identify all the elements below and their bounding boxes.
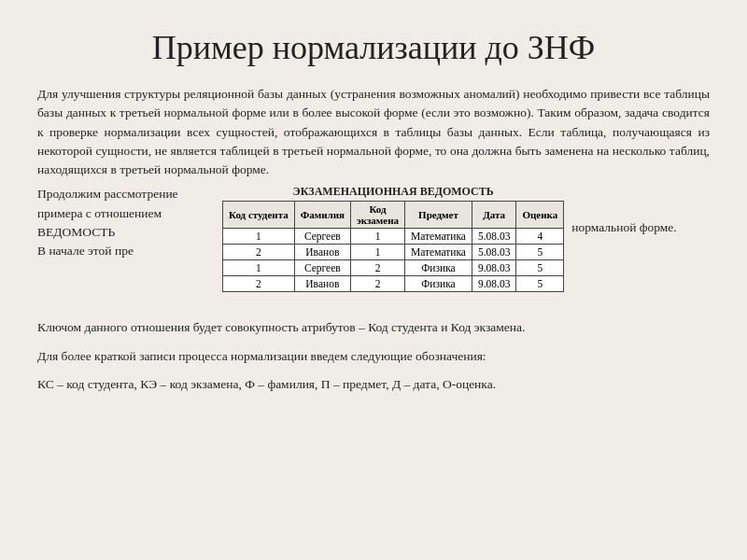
table-cell: 5: [516, 245, 564, 260]
col-grade: Оценка: [516, 202, 564, 229]
table-cell: 1: [223, 229, 295, 245]
table-cell: Математика: [405, 245, 472, 260]
col-surname: Фамилия: [294, 202, 350, 229]
bottom-paragraph3: КС – код студента, КЭ – код экзамена, Ф …: [37, 375, 710, 394]
table-section: Продолжим рассмотрение примера с отношен…: [37, 185, 710, 292]
vedmost-label: ВЕДОМОСТЬ: [37, 223, 215, 242]
continuing-line2: В начале этой пре: [37, 242, 215, 260]
table-cell: 1: [223, 260, 295, 276]
table-cell: Физика: [405, 260, 472, 276]
continuing-line1: Продолжим рассмотрение примера с отношен…: [37, 185, 215, 223]
table-cell: 9.08.03: [472, 276, 516, 292]
table-cell: Иванов: [294, 276, 350, 292]
table-cell: Иванов: [294, 245, 350, 260]
slide: Пример нормализации до ЗНФ Для улучшения…: [0, 0, 747, 560]
col-exam-id: Кодэкзамена: [350, 202, 404, 229]
col-student-id: Код студента: [223, 202, 295, 229]
bottom-paragraph2: Для более краткой записи процесса нормал…: [37, 347, 710, 366]
table-row: 1Сергеев1Математика5.08.034: [223, 229, 564, 245]
table-cell: Сергеев: [294, 260, 350, 276]
table-cell: Математика: [405, 229, 472, 245]
slide-title: Пример нормализации до ЗНФ: [37, 28, 710, 68]
table-cell: 2: [350, 276, 404, 292]
table-cell: 5: [516, 260, 564, 276]
table-row: 2Иванов2Физика9.08.035: [223, 276, 564, 292]
table-header-label: ЭКЗАМЕНАЦИОННАЯ ВЕДОМОСТЬ: [222, 185, 564, 199]
col-subject: Предмет: [405, 202, 472, 229]
table-cell: 5: [516, 276, 564, 292]
table-cell: 1: [350, 229, 404, 245]
exam-table: Код студента Фамилия Кодэкзамена Предмет…: [222, 201, 564, 292]
table-header-row: Код студента Фамилия Кодэкзамена Предмет…: [223, 202, 564, 229]
table-cell: 9.08.03: [472, 260, 516, 276]
table-row: 1Сергеев2Физика9.08.035: [223, 260, 564, 276]
table-cell: 2: [350, 260, 404, 276]
right-text-col: нормальной форме.: [571, 185, 710, 237]
table-cell: 5.08.03: [472, 229, 516, 245]
table-cell: 5.08.03: [472, 245, 516, 260]
left-text-col: Продолжим рассмотрение примера с отношен…: [37, 185, 215, 260]
inline-right-text: нормальной форме.: [571, 218, 710, 237]
spacer: [37, 292, 710, 309]
table-block: ЭКЗАМЕНАЦИОННАЯ ВЕДОМОСТЬ Код студента Ф…: [222, 185, 564, 292]
table-cell: 1: [350, 245, 404, 260]
bottom-paragraph1: Ключом данного отношения будет совокупно…: [37, 318, 710, 337]
table-cell: 2: [223, 276, 295, 292]
table-cell: Физика: [405, 276, 472, 292]
col-date: Дата: [472, 202, 516, 229]
paragraph1: Для улучшения структуры реляционной базы…: [37, 85, 710, 179]
table-row: 2Иванов1Математика5.08.035: [223, 245, 564, 260]
table-cell: 4: [516, 229, 564, 245]
table-cell: 2: [223, 245, 295, 260]
table-cell: Сергеев: [294, 229, 350, 245]
